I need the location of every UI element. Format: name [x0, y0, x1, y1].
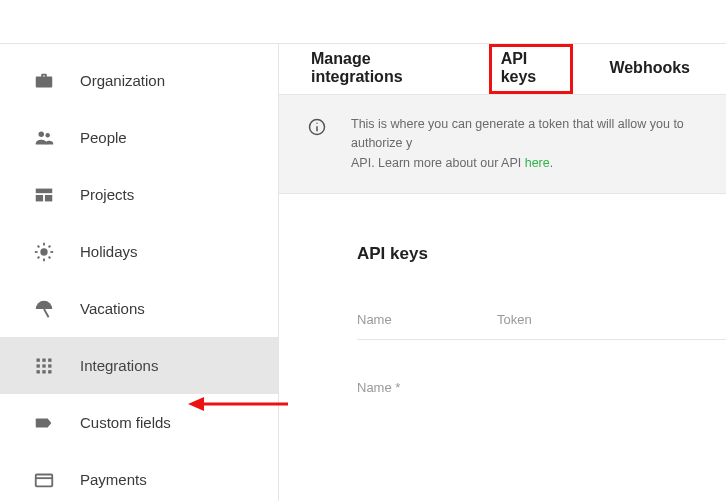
svg-rect-2: [36, 188, 53, 193]
info-icon: [307, 117, 327, 137]
people-icon: [32, 126, 56, 150]
svg-rect-24: [36, 474, 53, 486]
sidebar-item-organization[interactable]: Organization: [0, 52, 278, 109]
tag-icon: [32, 411, 56, 435]
svg-rect-23: [48, 370, 51, 373]
svg-rect-4: [45, 195, 52, 201]
name-field-label: Name *: [357, 380, 726, 395]
sidebar-item-label: People: [80, 129, 127, 146]
svg-line-10: [38, 245, 40, 247]
tab-api-keys[interactable]: API keys: [489, 44, 574, 94]
sidebar-item-projects[interactable]: Projects: [0, 166, 278, 223]
sidebar-item-custom-fields[interactable]: Custom fields: [0, 394, 278, 451]
svg-rect-18: [37, 364, 40, 367]
tab-manage-integrations[interactable]: Manage integrations: [299, 44, 465, 94]
sidebar-item-integrations[interactable]: Integrations: [0, 337, 278, 394]
svg-point-28: [316, 123, 317, 124]
info-link-here[interactable]: here: [525, 156, 550, 170]
sidebar-item-vacations[interactable]: Vacations: [0, 280, 278, 337]
credit-card-icon: [32, 468, 56, 492]
svg-rect-16: [42, 358, 45, 361]
svg-rect-15: [37, 358, 40, 361]
table-headers: Name Token: [357, 312, 726, 340]
info-text-period: .: [550, 156, 553, 170]
svg-rect-20: [48, 364, 51, 367]
briefcase-icon: [32, 69, 56, 93]
sidebar-item-label: Vacations: [80, 300, 145, 317]
svg-rect-3: [36, 195, 43, 201]
svg-point-1: [45, 133, 49, 137]
sidebar-item-people[interactable]: People: [0, 109, 278, 166]
svg-rect-17: [48, 358, 51, 361]
info-bar: This is where you can generate a token t…: [279, 94, 726, 194]
info-text: This is where you can generate a token t…: [351, 115, 726, 173]
projects-icon: [32, 183, 56, 207]
sidebar-item-label: Custom fields: [80, 414, 171, 431]
sidebar-item-payments[interactable]: Payments: [0, 451, 278, 501]
sidebar-item-label: Organization: [80, 72, 165, 89]
column-header-name: Name: [357, 312, 497, 327]
svg-rect-21: [37, 370, 40, 373]
info-text-line2: API. Learn more about our API: [351, 156, 525, 170]
sidebar: Organization People Projects Holidays Va…: [0, 44, 278, 501]
content: API keys Name Token Name *: [279, 194, 726, 395]
sidebar-item-holidays[interactable]: Holidays: [0, 223, 278, 280]
svg-line-13: [49, 245, 51, 247]
sidebar-item-label: Integrations: [80, 357, 158, 374]
svg-point-5: [40, 248, 47, 255]
svg-rect-22: [42, 370, 45, 373]
umbrella-icon: [32, 297, 56, 321]
svg-line-12: [38, 256, 40, 258]
svg-point-0: [39, 131, 45, 137]
info-text-line1: This is where you can generate a token t…: [351, 117, 684, 150]
sidebar-item-label: Payments: [80, 471, 147, 488]
section-title: API keys: [357, 244, 726, 264]
sidebar-item-label: Projects: [80, 186, 134, 203]
sidebar-item-label: Holidays: [80, 243, 138, 260]
svg-line-14: [44, 309, 49, 317]
tab-webhooks[interactable]: Webhooks: [597, 44, 702, 94]
main-panel: Manage integrations API keys Webhooks Th…: [278, 44, 726, 501]
svg-rect-19: [42, 364, 45, 367]
tabs: Manage integrations API keys Webhooks: [279, 44, 726, 94]
sun-icon: [32, 240, 56, 264]
column-header-token: Token: [497, 312, 726, 327]
grid-icon: [32, 354, 56, 378]
svg-line-11: [49, 256, 51, 258]
